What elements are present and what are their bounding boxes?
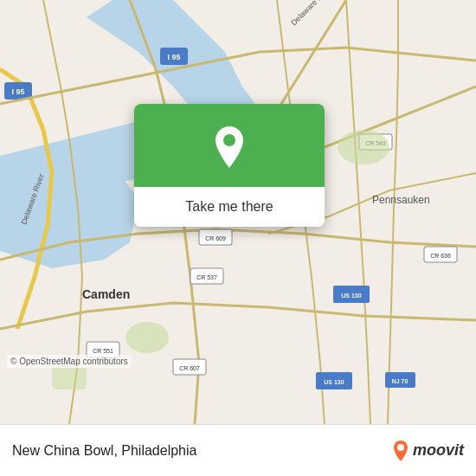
svg-text:US 130: US 130 <box>324 379 344 385</box>
svg-text:NJ 70: NJ 70 <box>392 378 408 384</box>
svg-text:CR 551: CR 551 <box>93 348 113 354</box>
svg-text:I 95: I 95 <box>11 87 24 96</box>
location-pin-icon <box>209 123 250 171</box>
popup-card: Take me there <box>134 104 325 227</box>
svg-text:US 130: US 130 <box>341 293 361 299</box>
moovit-logo-icon <box>390 439 411 463</box>
svg-point-30 <box>338 130 389 164</box>
svg-text:Camden: Camden <box>82 287 130 301</box>
take-me-there-button[interactable]: Take me there <box>134 187 325 227</box>
svg-text:CR 636: CR 636 <box>430 253 451 259</box>
svg-point-34 <box>397 444 404 451</box>
svg-point-33 <box>223 134 235 146</box>
map-attribution: © OpenStreetMap contributors <box>7 355 132 368</box>
svg-text:CR 537: CR 537 <box>196 274 217 280</box>
moovit-logo-text: moovit <box>413 441 464 460</box>
moovit-logo: moovit <box>390 439 464 463</box>
svg-text:Pennsauken: Pennsauken <box>372 194 430 206</box>
svg-point-31 <box>125 322 169 353</box>
bottom-bar: New China Bowl, Philadelphia moovit <box>0 424 476 476</box>
place-name: New China Bowl, Philadelphia <box>12 443 196 459</box>
place-info: New China Bowl, Philadelphia <box>12 443 196 459</box>
svg-text:I 95: I 95 <box>167 53 180 61</box>
svg-text:CR 609: CR 609 <box>205 235 226 241</box>
map-container: I 95 I 95 US 130 US 130 CR 543 CR 636 CR… <box>0 0 476 424</box>
svg-text:CR 607: CR 607 <box>179 365 200 371</box>
popup-green-area <box>134 104 325 187</box>
